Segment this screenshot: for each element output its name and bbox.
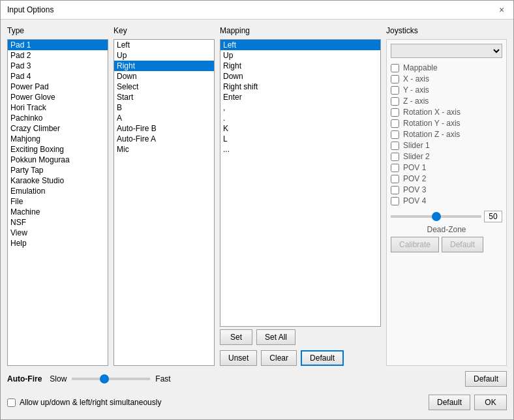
list-item[interactable]: L: [220, 134, 380, 144]
list-item[interactable]: Help: [8, 238, 108, 248]
joystick-checkbox-row: Slider 1: [391, 141, 502, 150]
list-item[interactable]: Left: [114, 40, 214, 50]
joystick-checkbox-row: POV 1: [391, 163, 502, 172]
list-item[interactable]: Pad 2: [8, 50, 108, 61]
joystick-checkbox-y_axis[interactable]: [391, 86, 399, 95]
joystick-checkbox-pov_4[interactable]: [391, 197, 399, 205]
list-item[interactable]: Left: [220, 40, 380, 50]
joystick-checkbox-label: Rotation X - axis: [403, 108, 461, 117]
joystick-checkbox-z_axis[interactable]: [391, 97, 399, 106]
joystick-checkbox-row: POV 3: [391, 185, 502, 194]
default-joystick-button[interactable]: Default: [442, 237, 483, 252]
set-all-button[interactable]: Set All: [256, 329, 295, 345]
list-item[interactable]: Power Pad: [8, 82, 108, 92]
joystick-checkbox-pov_3[interactable]: [391, 186, 399, 194]
list-item[interactable]: Power Glove: [8, 92, 108, 102]
list-item[interactable]: Emulation: [8, 186, 108, 196]
autofire-slider[interactable]: [72, 378, 150, 380]
list-item[interactable]: Exciting Boxing: [8, 144, 108, 155]
joystick-checkbox-rotation_y[interactable]: [391, 119, 399, 128]
joystick-label: Joysticks: [386, 26, 507, 35]
key-listbox[interactable]: LeftUpRightDownSelectStartBAAuto-Fire BA…: [113, 39, 215, 366]
autofire-fast-label: Fast: [155, 374, 170, 383]
joystick-checkbox-rotation_x[interactable]: [391, 108, 399, 117]
list-item[interactable]: Enter: [220, 92, 380, 102]
list-item[interactable]: NSF: [8, 217, 108, 228]
list-item[interactable]: A: [114, 113, 214, 123]
list-item[interactable]: Pad 4: [8, 71, 108, 82]
list-item[interactable]: Pad 3: [8, 61, 108, 71]
joystick-checkbox-row: X - axis: [391, 74, 502, 83]
list-item[interactable]: Crazy Climber: [8, 123, 108, 134]
unset-button[interactable]: Unset: [220, 350, 257, 366]
bottom-section: Auto-Fire Slow Fast Default Allow up/dow…: [7, 371, 507, 413]
joystick-checkbox-label: Mappable: [403, 63, 438, 72]
list-item[interactable]: Up: [220, 50, 380, 61]
mapping-listbox[interactable]: LeftUpRightDownRight shiftEnter,.KL...: [220, 39, 381, 327]
calibrate-row: Calibrate Default: [391, 237, 502, 252]
list-item[interactable]: View: [8, 228, 108, 238]
joystick-checkbox-pov_2[interactable]: [391, 175, 399, 183]
list-item[interactable]: Mic: [114, 144, 214, 155]
allow-simultaneous-row: Allow up/down & left/right simultaneousl…: [7, 398, 161, 407]
list-item[interactable]: Auto-Fire A: [114, 134, 214, 144]
default-footer-button[interactable]: Default: [429, 395, 470, 410]
joystick-checkbox-x_axis[interactable]: [391, 75, 399, 83]
list-item[interactable]: Karaoke Studio: [8, 175, 108, 186]
key-column-label: Key: [113, 26, 215, 35]
calibrate-button[interactable]: Calibrate: [391, 237, 439, 252]
list-item[interactable]: Machine: [8, 207, 108, 217]
list-item[interactable]: Down: [220, 71, 380, 82]
list-item[interactable]: ...: [220, 144, 380, 155]
key-column: Key LeftUpRightDownSelectStartBAAuto-Fir…: [113, 26, 215, 366]
list-item[interactable]: File: [8, 196, 108, 207]
type-listbox[interactable]: Pad 1Pad 2Pad 3Pad 4Power PadPower Glove…: [7, 39, 108, 366]
joystick-checkbox-pov_1[interactable]: [391, 164, 399, 172]
list-item[interactable]: Auto-Fire B: [114, 123, 214, 134]
joystick-dropdown[interactable]: [391, 44, 502, 58]
list-item[interactable]: K: [220, 123, 380, 134]
list-item[interactable]: Party Tap: [8, 165, 108, 175]
unset-clear-default-row: Unset Clear Default: [220, 350, 381, 366]
joystick-checkbox-rotation_z[interactable]: [391, 130, 399, 139]
default-mapping-button[interactable]: Default: [301, 350, 344, 366]
list-item[interactable]: .: [220, 113, 380, 123]
set-buttons-row: Set Set All: [220, 329, 381, 345]
set-button[interactable]: Set: [220, 329, 252, 345]
joystick-checkbox-row: POV 4: [391, 196, 502, 205]
list-item[interactable]: Pokkun Moguraa: [8, 155, 108, 165]
joystick-checkbox-label: Z - axis: [403, 97, 429, 106]
list-item[interactable]: Start: [114, 92, 214, 102]
clear-button[interactable]: Clear: [261, 350, 297, 366]
deadzone-slider[interactable]: [391, 215, 481, 218]
list-item[interactable]: Pad 1: [8, 40, 108, 50]
autofire-slow-label: Slow: [50, 374, 67, 383]
list-item[interactable]: B: [114, 102, 214, 113]
joystick-checkbox-label: POV 2: [403, 174, 426, 183]
joystick-checkbox-label: X - axis: [403, 74, 429, 83]
window-title: Input Options: [7, 5, 53, 14]
list-item[interactable]: Pachinko: [8, 113, 108, 123]
list-item[interactable]: Right shift: [220, 82, 380, 92]
joystick-box: MappableX - axisY - axisZ - axisRotation…: [386, 39, 507, 366]
joystick-checkbox-row: Y - axis: [391, 85, 502, 95]
joystick-checkbox-mappable[interactable]: [391, 64, 399, 72]
ok-button[interactable]: OK: [474, 395, 507, 410]
joystick-checkbox-label: POV 4: [403, 196, 426, 205]
list-item[interactable]: ,: [220, 102, 380, 113]
list-item[interactable]: Up: [114, 50, 214, 61]
joystick-checkbox-slider_1[interactable]: [391, 142, 399, 150]
joystick-checkbox-label: Y - axis: [403, 85, 429, 95]
list-item[interactable]: Right: [114, 61, 214, 71]
list-item[interactable]: Select: [114, 82, 214, 92]
list-item[interactable]: Down: [114, 71, 214, 82]
autofire-label: Auto-Fire: [7, 374, 42, 383]
close-button[interactable]: ×: [496, 5, 507, 15]
joystick-checkbox-slider_2[interactable]: [391, 153, 399, 161]
default-autofire-button[interactable]: Default: [465, 371, 507, 387]
allow-simultaneous-checkbox[interactable]: [7, 398, 16, 407]
list-item[interactable]: Hori Track: [8, 102, 108, 113]
list-item[interactable]: Right: [220, 61, 380, 71]
autofire-row: Auto-Fire Slow Fast Default: [7, 371, 507, 387]
list-item[interactable]: Mahjong: [8, 134, 108, 144]
